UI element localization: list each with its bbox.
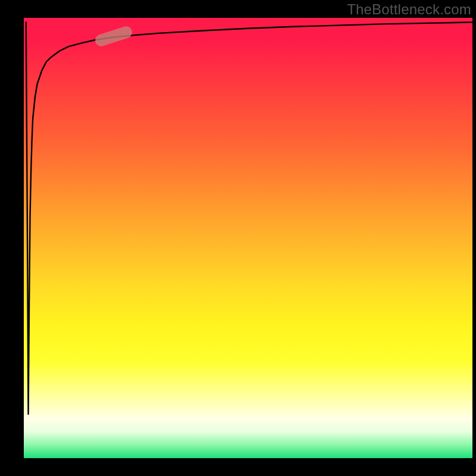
frame-bottom	[0, 458, 476, 476]
bottleneck-curve	[26, 22, 472, 414]
curve-svg	[24, 18, 472, 458]
frame-left	[0, 0, 24, 476]
frame-right	[472, 0, 476, 476]
watermark-text: TheBottleneck.com	[347, 1, 471, 18]
chart-stage: TheBottleneck.com	[0, 0, 476, 476]
plot-area	[24, 18, 472, 458]
